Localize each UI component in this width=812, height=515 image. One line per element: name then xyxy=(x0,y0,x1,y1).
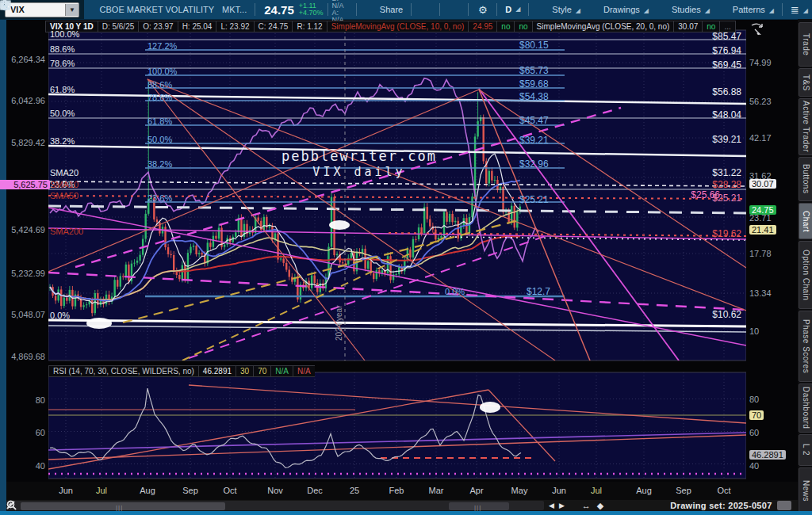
header-segment: 46.2891 xyxy=(198,365,236,377)
chart-scrollbar[interactable]: ||| ||| xyxy=(6,501,544,510)
market-status[interactable]: MKT... xyxy=(218,5,251,14)
left-edge-strip xyxy=(0,19,6,515)
settings-button[interactable]: ⚙ xyxy=(473,4,492,16)
sidebar-tab-l-2[interactable]: L 2 xyxy=(799,434,812,466)
app-window: 2024 year VIX ▼ CBOE MARKET VOLATILITY M… xyxy=(0,0,812,515)
resize-handle[interactable] xyxy=(777,501,791,510)
sidebar-tab-trade[interactable]: Trade xyxy=(799,22,812,67)
grid-menu-button[interactable]: ≣◢ xyxy=(787,4,812,16)
header-segment: C: 24.75 xyxy=(254,21,293,32)
header-segment: ... xyxy=(719,21,735,32)
drawing-set-label[interactable]: Drawing set: 2025-0507 xyxy=(670,501,772,510)
left-axis-gutter xyxy=(6,19,48,501)
header-segment: R: 1.12 xyxy=(292,21,327,32)
bottom-status-bar: ||| ||| ◀ ▶ ↔ ◆ Drawing set: 2025-0507 xyxy=(6,500,798,511)
price-change: +1.11+4.70% xyxy=(299,2,324,17)
header-segment: SimpleMovingAvg (CLOSE, 10, 0, no) xyxy=(327,21,469,32)
patterns-icon xyxy=(718,4,730,16)
svg-text:2024 year: 2024 year xyxy=(335,305,343,341)
sidebar-tab-phase-scores[interactable]: Phase Scores xyxy=(799,311,812,382)
header-segment: N/A xyxy=(270,365,293,377)
header-segment: 30 xyxy=(236,365,254,377)
chart-canvas[interactable]: 2024 year xyxy=(0,0,812,515)
right-sidebar: TradeT&SActive TraderButtonsChartOption … xyxy=(798,19,812,515)
scrollbar-handle[interactable]: ||| xyxy=(449,502,509,510)
header-segment: no xyxy=(496,21,515,32)
chart-ohlc-header: VIX 10 Y 1DD: 5/6/25O: 23.97H: 25.04L: 2… xyxy=(45,21,759,32)
pan-icon[interactable]: ↔ xyxy=(582,501,591,510)
header-segment: H: 25.04 xyxy=(178,21,217,32)
header-segment: D: 5/6/25 xyxy=(98,21,140,32)
sidebar-tab-t-s[interactable]: T&S xyxy=(799,68,812,97)
sidebar-tab-buttons[interactable]: Buttons xyxy=(799,157,812,201)
header-segment: N/A xyxy=(293,365,315,377)
flask-icon xyxy=(448,4,460,16)
header-segment: 24.95 xyxy=(468,21,497,32)
sidebar-tab-chart[interactable]: Chart xyxy=(799,203,812,239)
company-name: CBOE MARKET VOLATILITY xyxy=(96,5,218,14)
header-segment: 30.07 xyxy=(673,21,703,32)
timeframe-button[interactable]: D◢ xyxy=(501,5,524,14)
studies-button[interactable]: Studies◢ xyxy=(653,4,714,16)
header-segment: SimpleMovingAvg (CLOSE, 20, 0, no) xyxy=(532,21,675,32)
symbol-input[interactable]: VIX ▼ xyxy=(5,2,79,17)
drawings-button[interactable]: Drawings◢ xyxy=(584,4,653,16)
gear-icon: ⚙ xyxy=(477,4,488,16)
sidebar-tab-news[interactable]: News xyxy=(799,467,812,515)
scroll-right-icon[interactable]: ▶ xyxy=(559,501,565,510)
time-axis[interactable] xyxy=(6,482,798,500)
link-icon[interactable] xyxy=(84,4,96,16)
top-toolbar: VIX ▼ CBOE MARKET VOLATILITY MKT... 24.7… xyxy=(0,0,812,20)
style-button[interactable]: Style◢ xyxy=(533,4,584,16)
studies-flask-icon xyxy=(657,4,668,16)
sidebar-tab-active-trader[interactable]: Active Trader xyxy=(799,98,812,155)
last-price: 24.75 xyxy=(259,3,299,17)
sidebar-tab-dashboard[interactable]: Dashboard xyxy=(799,383,812,433)
header-segment: no xyxy=(514,21,532,32)
bottom-accent-strip xyxy=(0,511,812,515)
analyze-button[interactable] xyxy=(444,4,464,16)
alerts-button[interactable] xyxy=(416,4,435,16)
rsi-study-header: RSI (14, 70, 30, CLOSE, WILDERS, no)46.2… xyxy=(48,365,315,377)
calendar-clock-icon xyxy=(419,4,431,16)
header-segment: 70 xyxy=(253,365,271,377)
patterns-button[interactable]: Patterns◢ xyxy=(714,4,778,16)
sidebar-tab-option-chain[interactable]: Option Chain xyxy=(799,241,812,309)
header-segment: O: 23.97 xyxy=(138,21,178,32)
symbol-text: VIX xyxy=(6,5,65,14)
header-segment: VIX 10 Y 1D xyxy=(45,21,98,32)
share-icon xyxy=(365,4,377,16)
marker-icon[interactable]: ◆ xyxy=(597,501,603,510)
scrollbar-thumb[interactable]: ||| xyxy=(21,502,225,510)
pencil-icon xyxy=(588,4,600,16)
share-button[interactable]: Share xyxy=(361,4,407,16)
symbol-area: VIX ▼ xyxy=(0,0,84,19)
header-segment: RSI (14, 70, 30, CLOSE, WILDERS, no) xyxy=(48,365,199,377)
header-segment: no xyxy=(702,21,720,32)
candle-icon xyxy=(537,4,549,16)
right-axis-gutter xyxy=(746,19,798,501)
symbol-dropdown-icon[interactable]: ▼ xyxy=(65,4,79,16)
header-segment: L: 23.92 xyxy=(216,21,254,32)
scroll-left-icon[interactable]: ◀ xyxy=(549,501,554,510)
